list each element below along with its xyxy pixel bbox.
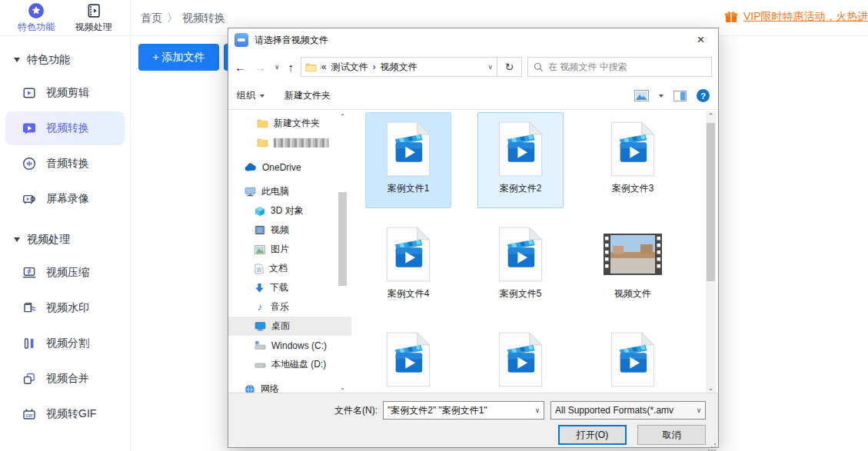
breadcrumb: 首页 〉 视频转换 <box>141 12 225 25</box>
video-file-icon <box>386 327 431 391</box>
view-mode-chevron-icon[interactable] <box>659 95 663 98</box>
address-dropdown-chevron-icon[interactable]: ∨ <box>488 63 494 71</box>
tree-item-censored[interactable] <box>228 133 351 152</box>
preview-pane-icon[interactable] <box>673 91 687 101</box>
tab-video-processing[interactable]: 视频处理 <box>75 2 112 34</box>
video-file-icon <box>386 222 431 286</box>
censored-label <box>274 138 329 148</box>
sidebar-item-video-split[interactable]: 视频分割 <box>5 327 125 360</box>
tree-item-pictures[interactable]: 图片 <box>228 240 351 259</box>
up-icon[interactable]: ↑ <box>288 61 294 74</box>
refresh-button[interactable]: ↻ <box>497 57 522 77</box>
dialog-titlebar[interactable]: 请选择音视频文件 × <box>228 28 718 51</box>
sidebar-item-video-compress[interactable]: 视频压缩 <box>5 256 125 290</box>
scroll-up-icon[interactable]: ⌃ <box>706 111 716 121</box>
cancel-button[interactable]: 取消 <box>637 425 706 445</box>
recent-locations-chevron-icon[interactable]: ∨ <box>274 63 280 71</box>
file-name: 案例文件3 <box>612 182 654 195</box>
file-tile-clipped[interactable] <box>590 323 676 394</box>
tree-item-desktop[interactable]: 桌面 <box>228 317 351 336</box>
sidebar-item-label: 视频压缩 <box>46 266 89 280</box>
vip-promo-link[interactable]: VIP限时特惠活动，火热进 <box>724 10 868 24</box>
tree-scrollbar[interactable]: ⌃ ⌄ <box>338 112 348 392</box>
sidebar-item-video-edit[interactable]: 视频剪辑 <box>5 76 125 110</box>
sidebar-item-screen-record[interactable]: 屏幕录像 <box>5 182 125 216</box>
search-icon <box>534 62 544 72</box>
tree-item-music[interactable]: ♪ 音乐 <box>228 297 351 317</box>
video-watermark-icon <box>22 300 37 316</box>
search-box[interactable] <box>527 57 712 77</box>
tree-item-drive-c[interactable]: Windows (C:) <box>228 336 351 355</box>
filetype-filter-dropdown[interactable]: All Supported Formats(*.amv ∨ <box>550 401 706 419</box>
app-logo-icon <box>234 33 248 47</box>
tree-item-drive-d[interactable]: 本地磁盘 (D:) <box>228 355 351 374</box>
add-file-button[interactable]: + 添加文件 <box>138 44 219 71</box>
file-tile[interactable]: 案例文件4 <box>365 217 451 313</box>
video-merge-icon <box>22 371 37 386</box>
sidebar: 特色功能 视频处理 特色功能 视频剪辑 视频转换 音频转换 <box>0 0 131 451</box>
sidebar-item-label: 视频分割 <box>46 337 89 350</box>
screen-record-icon <box>22 191 37 207</box>
download-arrow-icon <box>254 283 264 293</box>
tree-item-3d-objects[interactable]: 3D 对象 <box>228 201 351 221</box>
file-tile-clipped[interactable] <box>477 323 564 394</box>
resize-grip[interactable] <box>714 443 716 445</box>
back-icon[interactable]: ← <box>234 61 246 74</box>
sidebar-item-label: 视频转换 <box>46 121 89 135</box>
open-button[interactable]: 打开(O) <box>558 425 627 445</box>
dialog-footer: 文件名(N): ∨ All Supported Formats(*.amv ∨ … <box>228 393 718 447</box>
view-mode-icon[interactable] <box>634 90 649 101</box>
address-prefix: « <box>321 61 327 72</box>
scroll-down-icon[interactable]: ⌄ <box>706 383 716 393</box>
scrollbar-thumb[interactable] <box>338 192 347 286</box>
filename-input[interactable] <box>384 405 531 416</box>
sidebar-item-video-to-gif[interactable]: GIF 视频转GIF <box>5 397 125 431</box>
tree-item-this-pc[interactable]: 此电脑 <box>228 182 351 201</box>
help-icon[interactable]: ? <box>697 89 710 102</box>
file-tile-selected[interactable]: 案例文件1 <box>365 112 451 208</box>
tree-item-documents[interactable]: 文档 <box>228 259 351 278</box>
file-tile[interactable]: 案例文件5 <box>477 217 564 313</box>
pictures-icon <box>254 245 265 254</box>
filename-combobox[interactable]: ∨ <box>383 401 544 419</box>
sidebar-item-label: 音频转换 <box>46 157 89 171</box>
file-list: 案例文件1 案例文件2 案例文件3 案例文件4 <box>351 110 718 394</box>
file-name: 案例文件5 <box>500 287 542 300</box>
audio-convert-icon <box>22 156 37 171</box>
organize-menu[interactable]: 组织 <box>237 89 264 102</box>
close-icon[interactable]: × <box>683 28 718 51</box>
file-list-scrollbar[interactable]: ⌃ ⌄ <box>706 111 716 393</box>
sidebar-item-video-watermark[interactable]: 视频水印 <box>5 291 125 325</box>
address-bar[interactable]: « 测试文件 › 视频文件 ∨ <box>301 57 497 77</box>
file-tile-clipped[interactable] <box>365 323 451 394</box>
file-tile[interactable]: 案例文件3 <box>590 112 676 208</box>
breadcrumb-home[interactable]: 首页 <box>141 12 162 25</box>
file-tile-selected[interactable]: 案例文件2 <box>477 112 564 208</box>
filename-dropdown-chevron-icon[interactable]: ∨ <box>531 406 544 414</box>
tab-featured-functions[interactable]: 特色功能 <box>18 2 55 34</box>
folder-icon <box>305 62 317 72</box>
tree-item-downloads[interactable]: 下载 <box>228 278 351 297</box>
sidebar-item-video-convert[interactable]: 视频转换 <box>5 111 125 145</box>
address-crumb-parent[interactable]: 测试文件 <box>331 61 368 74</box>
scrollbar-thumb[interactable] <box>707 123 715 281</box>
sidebar-section-featured: 特色功能 视频剪辑 视频转换 音频转换 屏幕录像 <box>0 44 130 216</box>
tree-item-new-folder[interactable]: 新建文件夹 <box>228 114 351 133</box>
section-header-featured[interactable]: 特色功能 <box>0 44 130 75</box>
section-header-processing[interactable]: 视频处理 <box>0 224 130 254</box>
sidebar-item-audio-convert[interactable]: 音频转换 <box>5 147 125 181</box>
sidebar-item-video-merge[interactable]: 视频合并 <box>5 362 125 396</box>
address-crumb-current[interactable]: 视频文件 <box>381 61 417 74</box>
forward-icon[interactable]: → <box>254 61 266 74</box>
video-split-icon <box>22 336 37 351</box>
tree-item-videos[interactable]: 视频 <box>228 221 351 240</box>
search-input[interactable] <box>548 61 706 72</box>
scroll-up-icon[interactable]: ⌃ <box>338 112 348 121</box>
dialog-toolbar: 组织 新建文件夹 ? <box>228 82 718 110</box>
file-tile-thumbnail[interactable]: 视频文件 <box>590 217 676 313</box>
refresh-icon: ↻ <box>505 61 514 73</box>
scroll-down-icon[interactable]: ⌄ <box>338 383 348 392</box>
new-folder-button[interactable]: 新建文件夹 <box>284 89 331 102</box>
breadcrumb-current: 视频转换 <box>182 12 225 25</box>
tree-item-onedrive[interactable]: OneDrive <box>228 158 351 177</box>
